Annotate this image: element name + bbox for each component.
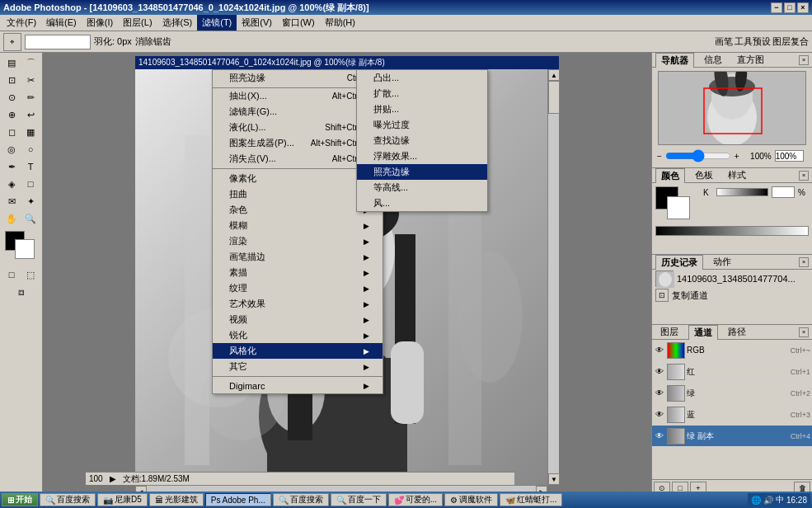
channel-red-eye[interactable]: 👁 <box>654 366 665 378</box>
zoom-out-icon[interactable]: − <box>657 152 662 161</box>
taskbar-item-cute[interactable]: 💕 可爱的... <box>388 493 443 506</box>
background-color[interactable] <box>15 239 35 259</box>
filter-texture[interactable]: 纹理 ▶ <box>213 280 383 296</box>
taskbar-item-baidu3[interactable]: 🔍 百度一下 <box>331 493 387 506</box>
taskbar-item-baidu2[interactable]: 🔍 百度搜索 <box>273 493 329 506</box>
history-brush-tool[interactable]: ↩ <box>21 106 40 123</box>
color-spectrum-bar[interactable] <box>655 226 809 236</box>
delete-channel-btn[interactable]: 🗑 <box>794 482 810 492</box>
stylize-tiles[interactable]: 拼贴... <box>357 101 487 117</box>
canvas-hscrollbar[interactable]: ◄ ► <box>135 485 547 492</box>
selection-tool[interactable]: ▤ <box>2 54 21 71</box>
eyedropper-tool[interactable]: ✦ <box>21 193 40 209</box>
spot-heal-tool[interactable]: ⊙ <box>2 89 21 106</box>
bg-color-swatch[interactable] <box>667 196 690 219</box>
tab-color[interactable]: 颜色 <box>655 168 685 183</box>
maximize-button[interactable]: □ <box>784 2 796 13</box>
menu-edit[interactable]: 编辑(E) <box>41 15 82 31</box>
screen-mode[interactable]: ⧈ <box>2 284 40 300</box>
brush-tool[interactable]: ✏ <box>21 89 40 106</box>
k-slider-track[interactable] <box>716 188 768 196</box>
tab-layers[interactable]: 图层 <box>655 325 683 339</box>
channel-blue[interactable]: 👁 蓝 Ctrl+3 <box>652 404 812 426</box>
menu-file[interactable]: 文件(F) <box>2 15 41 31</box>
scroll-down-button[interactable]: ▼ <box>548 473 560 485</box>
lasso-tool[interactable]: ⌒ <box>21 54 40 71</box>
canvas-vscrollbar[interactable]: ▲ ▼ <box>547 69 559 485</box>
tab-swatches[interactable]: 色板 <box>690 168 718 182</box>
stylize-diffuse[interactable]: 扩散... <box>357 86 487 101</box>
tab-channels[interactable]: 通道 <box>688 325 718 340</box>
load-channel-btn[interactable]: ⊙ <box>654 482 670 492</box>
stylize-solarize[interactable]: 曝光过度 <box>357 117 487 133</box>
menu-window[interactable]: 窗口(W) <box>277 15 320 31</box>
channel-green-copy[interactable]: 👁 绿 副本 Ctrl+4 <box>652 426 812 447</box>
zoom-in-icon[interactable]: + <box>735 152 739 161</box>
k-value-input[interactable]: 0 <box>772 186 795 198</box>
history-close[interactable]: × <box>799 257 809 267</box>
channel-green-eye[interactable]: 👁 <box>654 388 665 399</box>
hand-tool[interactable]: ✋ <box>2 210 21 227</box>
quickmask-mode[interactable]: ⬚ <box>21 266 40 283</box>
notes-tool[interactable]: ✉ <box>2 193 21 209</box>
scroll-htrack[interactable] <box>147 486 536 492</box>
menu-view[interactable]: 视图(V) <box>237 15 277 31</box>
taskbar-item-arch[interactable]: 🏛 光影建筑 <box>149 493 204 506</box>
scroll-right-button[interactable]: ► <box>536 486 547 492</box>
channels-close[interactable]: × <box>799 327 809 337</box>
minimize-button[interactable]: − <box>771 2 782 13</box>
shape-tool[interactable]: □ <box>21 176 40 192</box>
filter-sharpen[interactable]: 锐化 ▶ <box>213 327 383 343</box>
scroll-up-button[interactable]: ▲ <box>548 69 560 81</box>
taskbar-item-diamo[interactable]: ⚙ 调魔软件 <box>444 493 498 506</box>
zoom-tool[interactable]: 🔍 <box>21 210 40 227</box>
tab-paths[interactable]: 路径 <box>723 325 751 339</box>
taskbar-item-photoshop[interactable]: Ps Adobe Ph... <box>205 493 271 506</box>
tab-histogram[interactable]: 直方图 <box>732 53 769 67</box>
stylize-extrude[interactable]: 凸出... <box>357 70 487 86</box>
stylize-contour[interactable]: 等高线... <box>357 180 487 195</box>
scroll-vthumb[interactable] <box>548 81 560 114</box>
clone-tool[interactable]: ⊕ <box>2 106 21 123</box>
channel-green[interactable]: 👁 绿 Ctrl+2 <box>652 383 812 404</box>
stylize-emboss[interactable]: 浮雕效果... <box>357 148 487 164</box>
taskbar-item-nikon[interactable]: 📷 尼康D5 <box>97 493 148 506</box>
close-button[interactable]: × <box>797 2 809 13</box>
filter-brushstrokes[interactable]: 画笔描边 ▶ <box>213 249 383 265</box>
menu-select[interactable]: 选择(S) <box>157 15 198 31</box>
navigator-close[interactable]: × <box>799 55 809 65</box>
dodge-tool[interactable]: ○ <box>21 141 40 158</box>
stylize-find-edges[interactable]: 查找边缘 <box>357 133 487 148</box>
channel-rgb-eye[interactable]: 👁 <box>654 345 665 356</box>
blur-tool[interactable]: ◎ <box>2 141 21 158</box>
slice-tool[interactable]: ✂ <box>21 72 40 88</box>
filter-other[interactable]: 其它 ▶ <box>213 359 383 374</box>
scroll-left-button[interactable]: ◄ <box>135 486 147 492</box>
filter-artistic[interactable]: 艺术效果 ▶ <box>213 296 383 312</box>
new-channel-btn[interactable]: + <box>690 482 706 492</box>
filter-video[interactable]: 视频 ▶ <box>213 312 383 327</box>
tab-styles[interactable]: 样式 <box>723 168 751 182</box>
tab-history[interactable]: 历史记录 <box>655 255 703 270</box>
menu-filter[interactable]: 滤镜(T) <box>197 15 237 31</box>
menu-image[interactable]: 图像(I) <box>82 15 118 31</box>
taskbar-item-baidu1[interactable]: 🔍 百度搜索 <box>40 493 96 506</box>
channel-red[interactable]: 👁 红 Ctrl+1 <box>652 361 812 383</box>
save-selection-btn[interactable]: □ <box>672 482 688 492</box>
tab-info[interactable]: 信息 <box>699 53 727 67</box>
stylize-wind[interactable]: 风... <box>357 195 487 211</box>
color-close[interactable]: × <box>799 171 809 181</box>
tab-navigator[interactable]: 导航器 <box>655 53 694 68</box>
stylize-glowing-edges[interactable]: 照亮边缘 <box>357 164 487 180</box>
text-tool[interactable]: T <box>21 158 40 175</box>
filter-sketch[interactable]: 素描 ▶ <box>213 265 383 280</box>
start-button[interactable]: ⊞ 开始 <box>2 493 38 506</box>
channel-rgb[interactable]: 👁 RGB Ctrl+~ <box>652 340 812 361</box>
path-tool[interactable]: ✒ <box>2 158 21 175</box>
filter-render[interactable]: 渲染 ▶ <box>213 233 383 249</box>
history-item-copy-channel[interactable]: ⊡ 复制通道 <box>652 288 812 303</box>
channel-blue-eye[interactable]: 👁 <box>654 409 665 421</box>
history-item-snapshot[interactable]: 14109603_1348501477704... <box>652 270 812 288</box>
crop-tool[interactable]: ⊡ <box>2 72 21 88</box>
gradient-tool[interactable]: ▦ <box>21 124 40 140</box>
